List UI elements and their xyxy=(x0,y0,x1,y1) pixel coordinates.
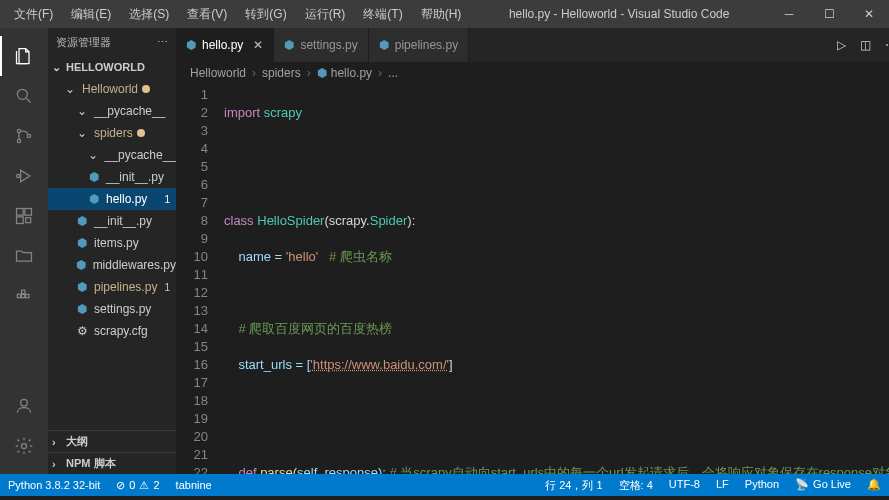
file-icon: ⬢ xyxy=(74,258,89,272)
bell-icon: 🔔 xyxy=(867,478,881,491)
menu-select[interactable]: 选择(S) xyxy=(121,2,177,27)
status-position[interactable]: 行 24，列 1 xyxy=(537,478,610,493)
menu-goto[interactable]: 转到(G) xyxy=(237,2,294,27)
more-icon[interactable]: ⋯ xyxy=(157,36,168,49)
file-icon: ⬢ xyxy=(86,170,102,184)
file-icon: ⬢ xyxy=(86,192,102,206)
line-numbers: 123456789101112131415161718192021222324 xyxy=(176,84,224,474)
menu-run[interactable]: 运行(R) xyxy=(297,2,354,27)
outline-header[interactable]: › 大纲 xyxy=(48,430,176,452)
minimize-button[interactable]: ─ xyxy=(769,0,809,28)
folder-icon[interactable] xyxy=(0,236,48,276)
code-editor[interactable]: 123456789101112131415161718192021222324 … xyxy=(176,84,889,474)
python-icon: ⬢ xyxy=(186,38,196,52)
window-title: hello.py - Helloworld - Visual Studio Co… xyxy=(469,7,769,21)
status-eol[interactable]: LF xyxy=(708,478,737,490)
breadcrumb[interactable]: Helloworld› spiders› ⬢ hello.py› ... xyxy=(176,62,889,84)
file-icon: ⚙ xyxy=(74,324,90,338)
chevron-down-icon: ⌄ xyxy=(74,104,90,118)
folder-item[interactable]: ⌄spiders xyxy=(48,122,176,144)
status-bell[interactable]: 🔔 xyxy=(859,478,889,491)
window-controls: ─ ☐ ✕ xyxy=(769,0,889,28)
file-item[interactable]: ⬢items.py xyxy=(48,232,176,254)
status-tabnine[interactable]: tabnine xyxy=(168,474,220,496)
chevron-down-icon: ⌄ xyxy=(52,61,66,74)
menu-view[interactable]: 查看(V) xyxy=(179,2,235,27)
close-button[interactable]: ✕ xyxy=(849,0,889,28)
run-icon[interactable]: ▷ xyxy=(837,38,846,52)
scm-icon[interactable] xyxy=(0,116,48,156)
error-icon: ⊘ xyxy=(116,479,125,492)
broadcast-icon: 📡 xyxy=(795,478,809,491)
python-icon: ⬢ xyxy=(284,38,294,52)
chevron-right-icon: › xyxy=(52,436,66,448)
chevron-down-icon: ⌄ xyxy=(62,82,78,96)
svg-rect-7 xyxy=(17,217,24,224)
menu-terminal[interactable]: 终端(T) xyxy=(355,2,410,27)
folder-item[interactable]: ⌄__pycache__ xyxy=(48,144,176,166)
sidebar-title: 资源管理器 ⋯ xyxy=(48,28,176,56)
file-icon: ⬢ xyxy=(74,236,90,250)
settings-icon[interactable] xyxy=(0,426,48,466)
menu-edit[interactable]: 编辑(E) xyxy=(63,2,119,27)
code-content[interactable]: import scrapy class HelloSpider(scrapy.S… xyxy=(224,84,889,474)
close-icon[interactable]: ✕ xyxy=(253,38,263,52)
npm-header[interactable]: › NPM 脚本 xyxy=(48,452,176,474)
file-item[interactable]: ⬢hello.py1 xyxy=(48,188,176,210)
status-python[interactable]: Python 3.8.2 32-bit xyxy=(0,474,108,496)
file-icon: ⬢ xyxy=(74,280,90,294)
menu-file[interactable]: 文件(F) xyxy=(6,2,61,27)
svg-rect-5 xyxy=(17,209,24,216)
python-icon: ⬢ xyxy=(379,38,389,52)
status-encoding[interactable]: UTF-8 xyxy=(661,478,708,490)
tabs-bar: ⬢ hello.py ✕ ⬢ settings.py ⬢ pipelines.p… xyxy=(176,28,889,62)
file-item[interactable]: ⚙scrapy.cfg xyxy=(48,320,176,342)
maximize-button[interactable]: ☐ xyxy=(809,0,849,28)
svg-point-14 xyxy=(22,444,27,449)
svg-rect-11 xyxy=(26,294,29,297)
file-item[interactable]: ⬢middlewares.py xyxy=(48,254,176,276)
file-item[interactable]: ⬢settings.py xyxy=(48,298,176,320)
folder-item[interactable]: ⌄Helloworld xyxy=(48,78,176,100)
project-header[interactable]: ⌄ HELLOWORLD xyxy=(48,56,176,78)
svg-rect-6 xyxy=(25,209,32,216)
debug-icon[interactable] xyxy=(0,156,48,196)
svg-point-3 xyxy=(27,134,30,137)
chevron-down-icon: ⌄ xyxy=(86,148,101,162)
sidebar: 资源管理器 ⋯ ⌄ HELLOWORLD ⌄Helloworld⌄__pycac… xyxy=(48,28,176,474)
file-tree: ⌄Helloworld⌄__pycache__⌄spiders⌄__pycach… xyxy=(48,78,176,342)
menu-bar: 文件(F) 编辑(E) 选择(S) 查看(V) 转到(G) 运行(R) 终端(T… xyxy=(0,2,469,27)
tab-settings[interactable]: ⬢ settings.py xyxy=(274,28,368,62)
file-icon: ⬢ xyxy=(74,214,90,228)
more-icon[interactable]: ⋯ xyxy=(885,38,889,52)
account-icon[interactable] xyxy=(0,386,48,426)
split-icon[interactable]: ◫ xyxy=(860,38,871,52)
chevron-right-icon: › xyxy=(52,458,66,470)
warning-icon: ⚠ xyxy=(139,479,149,492)
status-live[interactable]: 📡Go Live xyxy=(787,478,859,491)
search-icon[interactable] xyxy=(0,76,48,116)
svg-rect-8 xyxy=(26,218,31,223)
explorer-icon[interactable] xyxy=(0,36,48,76)
activity-bar xyxy=(0,28,48,474)
svg-point-4 xyxy=(17,174,20,177)
svg-rect-10 xyxy=(22,294,25,297)
folder-item[interactable]: ⌄__pycache__ xyxy=(48,100,176,122)
svg-point-2 xyxy=(17,139,20,142)
chevron-down-icon: ⌄ xyxy=(74,126,90,140)
file-icon: ⬢ xyxy=(74,302,90,316)
tab-pipelines[interactable]: ⬢ pipelines.py xyxy=(369,28,469,62)
status-spaces[interactable]: 空格: 4 xyxy=(611,478,661,493)
status-bar: Python 3.8.2 32-bit ⊘0 ⚠2 tabnine 行 24，列… xyxy=(0,474,889,496)
file-item[interactable]: ⬢__init__.py xyxy=(48,166,176,188)
status-lang[interactable]: Python xyxy=(737,478,787,490)
file-item[interactable]: ⬢__init__.py xyxy=(48,210,176,232)
editor-area: ⬢ hello.py ✕ ⬢ settings.py ⬢ pipelines.p… xyxy=(176,28,889,474)
status-problems[interactable]: ⊘0 ⚠2 xyxy=(108,474,167,496)
docker-icon[interactable] xyxy=(0,276,48,316)
tab-hello[interactable]: ⬢ hello.py ✕ xyxy=(176,28,274,62)
extensions-icon[interactable] xyxy=(0,196,48,236)
svg-rect-9 xyxy=(17,294,20,297)
file-item[interactable]: ⬢pipelines.py1 xyxy=(48,276,176,298)
menu-help[interactable]: 帮助(H) xyxy=(413,2,470,27)
